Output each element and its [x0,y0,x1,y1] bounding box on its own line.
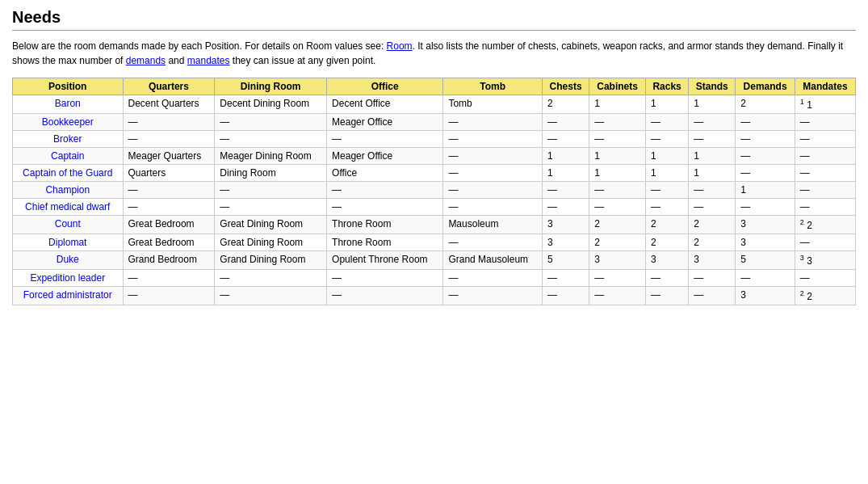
position-link[interactable]: Bookkeeper [42,116,94,128]
office-cell: Office [327,165,443,182]
demands-cell: 3 [736,216,795,234]
tomb-cell: — [443,148,543,165]
position-link[interactable]: Chief medical dwarf [25,201,110,213]
dining_room-cell: — [215,287,327,305]
chests-cell: — [542,182,589,199]
mandates-superscript: 1 [800,98,804,106]
dining_room-cell: — [215,131,327,148]
table-row: Captain of the GuardQuartersDining RoomO… [13,165,856,182]
chests-cell: — [542,131,589,148]
chests-cell: 5 [542,251,589,270]
demands-cell: 3 [736,287,795,305]
chests-cell: 1 [542,148,589,165]
mandates-link[interactable]: mandates [187,55,230,66]
intro-paragraph: Below are the room demands made by each … [12,39,856,68]
office-cell: — [327,199,443,216]
quarters-cell: Great Bedroom [123,234,215,251]
tomb-cell: — [443,182,543,199]
office-cell: Decent Office [327,95,443,114]
cabinets-cell: 2 [589,216,646,234]
chests-cell: 1 [542,165,589,182]
position-link[interactable]: Captain of the Guard [23,167,112,179]
mandates-cell: — [795,182,855,199]
quarters-cell: — [123,131,215,148]
position-link[interactable]: Captain [51,150,84,162]
position-cell: Forced administrator [13,287,124,305]
table-row: DukeGrand BedroomGrand Dining RoomOpulen… [13,251,856,270]
table-row: BaronDecent QuartersDecent Dining RoomDe… [13,95,856,114]
position-cell: Duke [13,251,124,270]
dining_room-cell: — [215,270,327,287]
chests-cell: 3 [542,216,589,234]
position-cell: Baron [13,95,124,114]
position-link[interactable]: Expedition leader [30,272,105,284]
position-link[interactable]: Baron [55,98,81,109]
position-cell: Captain [13,148,124,165]
quarters-cell: Quarters [123,165,215,182]
position-link[interactable]: Forced administrator [23,289,112,301]
mandates-cell: 1 1 [795,95,855,114]
mandates-superscript: 2 [800,218,804,226]
position-link[interactable]: Diplomat [48,237,86,248]
col-mandates: Mandates [795,78,855,95]
stands-cell: — [689,114,736,131]
position-link[interactable]: Champion [45,184,90,196]
quarters-cell: Decent Quarters [123,95,215,114]
cabinets-cell: 3 [589,251,646,270]
stands-cell: 2 [689,216,736,234]
chests-cell: — [542,270,589,287]
position-link[interactable]: Duke [57,254,79,265]
position-link[interactable]: Broker [53,133,82,145]
quarters-cell: — [123,270,215,287]
col-office: Office [327,78,443,95]
quarters-cell: — [123,287,215,305]
position-cell: Captain of the Guard [13,165,124,182]
position-cell: Expedition leader [13,270,124,287]
office-cell: Meager Office [327,148,443,165]
tomb-cell: — [443,234,543,251]
table-row: Expedition leader—————————— [13,270,856,287]
dining_room-cell: Dining Room [215,165,327,182]
racks-cell: — [646,287,689,305]
table-row: CountGreat BedroomGreat Dining RoomThron… [13,216,856,234]
dining_room-cell: — [215,114,327,131]
demands-link[interactable]: demands [126,55,166,66]
stands-cell: 1 [689,95,736,114]
racks-cell: 1 [646,165,689,182]
table-row: Bookkeeper——Meager Office——————— [13,114,856,131]
office-cell: Throne Room [327,234,443,251]
tomb-cell: Grand Mausoleum [443,251,543,270]
stands-cell: — [689,287,736,305]
col-demands: Demands [736,78,795,95]
stands-cell: 1 [689,165,736,182]
mandates-cell: — [795,270,855,287]
tomb-cell: — [443,270,543,287]
racks-cell: — [646,199,689,216]
needs-table: Position Quarters Dining Room Office Tom… [12,78,856,305]
col-racks: Racks [646,78,689,95]
col-stands: Stands [689,78,736,95]
stands-cell: 3 [689,251,736,270]
col-position: Position [13,78,124,95]
office-cell: Opulent Throne Room [327,251,443,270]
cabinets-cell: — [589,182,646,199]
mandates-cell: — [795,114,855,131]
table-row: Champion————————1— [13,182,856,199]
office-cell: — [327,270,443,287]
demands-cell: — [736,148,795,165]
tomb-cell: — [443,114,543,131]
dining_room-cell: Grand Dining Room [215,251,327,270]
col-quarters: Quarters [123,78,215,95]
chests-cell: 2 [542,95,589,114]
position-link[interactable]: Count [55,218,81,229]
mandates-cell: — [795,148,855,165]
cabinets-cell: 1 [589,165,646,182]
demands-cell: 3 [736,234,795,251]
tomb-cell: — [443,199,543,216]
chests-cell: 3 [542,234,589,251]
mandates-cell: 2 2 [795,287,855,305]
position-cell: Broker [13,131,124,148]
dining_room-cell: Great Dining Room [215,234,327,251]
racks-cell: 3 [646,251,689,270]
room-link[interactable]: Room [387,40,413,52]
